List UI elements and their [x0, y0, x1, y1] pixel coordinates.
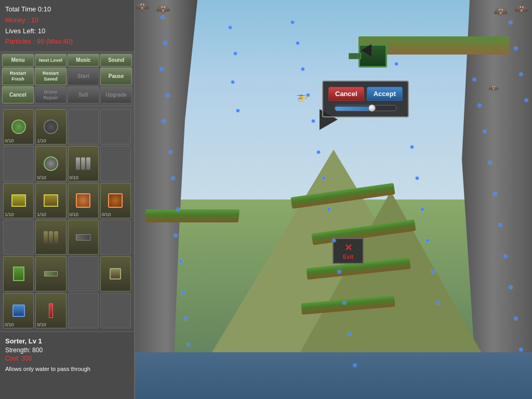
tower-cell-1[interactable]: 0/10	[3, 109, 34, 144]
particle	[509, 21, 512, 24]
creature-5: 🦇	[488, 83, 499, 93]
cancel-button[interactable]: Cancel	[2, 86, 34, 104]
dialog-accept-button[interactable]: Accept	[367, 87, 403, 101]
tower-cell-5[interactable]	[3, 146, 34, 181]
tower-cell-19[interactable]	[68, 256, 99, 291]
tower-cell-14[interactable]	[35, 220, 66, 255]
particle	[164, 42, 167, 45]
tower-grid: 0/10 1/10 0/10 0/10 1/10 1/10	[0, 106, 134, 331]
tower-icon-green	[11, 119, 26, 134]
particle	[514, 47, 517, 50]
slider-track	[335, 107, 372, 111]
restart-saved-button[interactable]: Restart Saved	[35, 68, 66, 85]
tower-icon-water	[12, 304, 25, 317]
direction-arrow	[361, 44, 371, 57]
tower-count-10: 1/10	[37, 212, 46, 217]
tower-icon-orange	[76, 193, 90, 208]
sound-button[interactable]: Sound	[100, 54, 132, 66]
tower-cell-13[interactable]	[3, 220, 34, 255]
tower-cell-23[interactable]	[68, 293, 99, 328]
tower-count-9: 1/10	[5, 212, 14, 217]
tower-cell-21[interactable]: 0/10	[3, 293, 34, 328]
particle	[348, 332, 351, 336]
tower-count-7: 0/10	[70, 175, 79, 180]
dialog-cancel-button[interactable]: Cancel	[328, 87, 364, 101]
tower-count-2: 1/10	[37, 138, 46, 143]
start-button[interactable]: Start	[68, 68, 99, 85]
next-level-button[interactable]: Next Level	[35, 54, 66, 66]
tower-cell-24[interactable]	[100, 293, 131, 328]
tower-count-22: 0/10	[37, 322, 46, 327]
particle	[296, 42, 299, 45]
particles-stat: Particles : 99 (Max:40)	[5, 36, 129, 47]
particle	[436, 301, 440, 304]
tower-cell-10[interactable]: 1/10	[35, 183, 66, 218]
restart-fresh-button[interactable]: Restart Fresh	[2, 68, 34, 85]
particle	[234, 52, 237, 55]
exit-x-icon: ✕	[344, 242, 352, 254]
particle	[301, 68, 304, 71]
particle	[162, 119, 165, 123]
ground-creature: 🚁	[296, 91, 308, 102]
tower-count-21: 0/10	[5, 322, 14, 327]
info-tower-name: Sorter, Lv 1	[5, 337, 129, 345]
tower-count-12: 0/10	[102, 212, 111, 217]
particle	[473, 78, 476, 81]
tower-cell-12[interactable]: 0/10	[100, 183, 131, 218]
drone-repair-button[interactable]: Drone Repair	[35, 86, 66, 104]
tower-cell-15[interactable]	[68, 220, 99, 255]
particle	[338, 270, 341, 273]
particle	[332, 239, 336, 242]
sound-dialog: Cancel Accept	[322, 81, 409, 117]
info-area: Sorter, Lv 1 Strength: 800 Cost: 300 All…	[0, 331, 134, 399]
tower-cell-17[interactable]	[3, 256, 34, 291]
sound-slider[interactable]	[335, 105, 397, 111]
tower-cell-8[interactable]	[100, 146, 131, 181]
tower-cell-18[interactable]	[35, 256, 66, 291]
tower-cell-16[interactable]	[100, 220, 131, 255]
particle	[312, 119, 315, 123]
particle	[426, 239, 429, 242]
tower-cell-4[interactable]	[100, 109, 131, 144]
tower-icon-dark2	[44, 156, 58, 171]
particle	[169, 151, 172, 154]
tower-icon-tower1	[13, 267, 24, 281]
tower-cell-6[interactable]: 0/10	[35, 146, 66, 181]
particle	[488, 161, 491, 164]
slider-thumb[interactable]	[368, 104, 376, 112]
particle	[504, 255, 507, 258]
sell-button[interactable]: Sell	[68, 86, 99, 104]
platform-1	[145, 209, 240, 222]
tower-icon-bar	[44, 271, 58, 276]
tower-cell-22[interactable]: 0/10	[35, 293, 66, 328]
tower-icon-ammo2	[43, 231, 59, 244]
dialog-button-row: Cancel Accept	[328, 87, 403, 101]
music-button[interactable]: Music	[68, 54, 99, 66]
particle	[229, 26, 232, 29]
particle	[166, 94, 169, 97]
particle	[421, 208, 424, 211]
particle	[343, 301, 346, 304]
creature-2: 🦇	[156, 3, 170, 16]
tower-cell-3[interactable]	[68, 109, 99, 144]
particle	[161, 16, 164, 19]
tower-count-1: 0/10	[5, 138, 14, 143]
sidebar: Total Time 0:10 Money : 10 Lives Left: 1…	[0, 0, 135, 399]
tower-count-6: 0/10	[37, 175, 46, 180]
tower-cell-11[interactable]: 0/10	[68, 183, 99, 218]
pause-button[interactable]: Pause	[100, 68, 132, 85]
particle	[514, 317, 517, 320]
tower-cell-9[interactable]: 1/10	[3, 183, 34, 218]
tower-cell-7[interactable]: 0/10	[68, 146, 99, 181]
upgrade-button[interactable]: Upgrade	[100, 86, 132, 104]
tower-icon-orange2	[108, 193, 123, 208]
particle	[353, 364, 356, 367]
tower-cell-2[interactable]: 1/10	[35, 109, 66, 144]
tower-cell-20[interactable]	[100, 256, 131, 291]
particle	[236, 109, 240, 112]
tower-icon-yellow2	[44, 194, 58, 207]
menu-button[interactable]: Menu	[2, 54, 34, 66]
particle	[395, 62, 398, 65]
particle	[416, 177, 419, 180]
particle	[231, 81, 234, 84]
